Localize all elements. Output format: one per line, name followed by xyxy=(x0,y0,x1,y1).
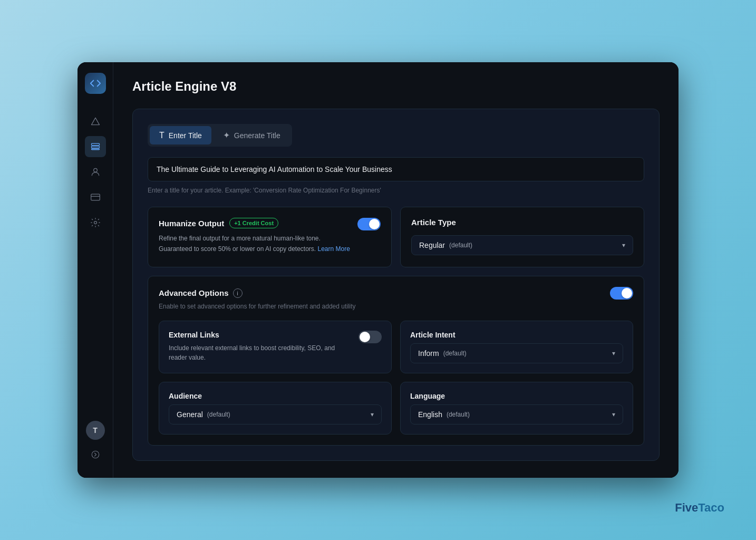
svg-point-7 xyxy=(92,451,99,458)
tab-enter-title-label: Enter Title xyxy=(169,131,202,140)
article-type-card: Article Type Regular (default) ▾ xyxy=(400,207,644,267)
card-icon xyxy=(90,192,101,202)
tab-generate-title-label: Generate Title xyxy=(234,131,280,140)
title-input-hint: Enter a title for your article. Example:… xyxy=(148,187,644,194)
advanced-options-title: Advanced Options xyxy=(159,288,229,297)
external-links-content: External Links Include relevant external… xyxy=(169,331,352,362)
language-dropdown[interactable]: English (default) ▾ xyxy=(410,404,623,425)
external-links-title: External Links xyxy=(169,331,352,339)
audience-title: Audience xyxy=(169,392,382,400)
learn-more-link[interactable]: Learn More xyxy=(318,245,350,253)
sidebar-item-triangle[interactable] xyxy=(85,111,106,132)
humanize-toggle[interactable] xyxy=(357,218,381,230)
chevron-down-icon-audience: ▾ xyxy=(371,411,374,418)
app-window: T Article Engine V8 T Enter Title ✦ Gene xyxy=(77,62,679,477)
language-dropdown-label: English (default) xyxy=(418,410,470,419)
page-title: Article Engine V8 xyxy=(132,79,660,94)
svg-rect-1 xyxy=(91,146,99,148)
sidebar: T xyxy=(77,62,113,477)
article-intent-dropdown-label: Inform (default) xyxy=(418,349,467,358)
tab-enter-title[interactable]: T Enter Title xyxy=(150,126,211,144)
advanced-toggle[interactable] xyxy=(610,287,633,300)
sidebar-item-card[interactable] xyxy=(85,187,106,208)
sidebar-logo[interactable] xyxy=(85,73,106,94)
info-icon[interactable]: i xyxy=(233,288,243,298)
article-type-dropdown-label: Regular (default) xyxy=(419,241,472,249)
svg-rect-4 xyxy=(91,194,100,200)
brand-five: Five xyxy=(675,501,698,514)
language-selected: English xyxy=(418,410,442,419)
brand-taco: Taco xyxy=(698,501,724,514)
title-tab-group: T Enter Title ✦ Generate Title xyxy=(148,124,292,147)
language-card: Language English (default) ▾ xyxy=(400,382,633,435)
advanced-options-grid: External Links Include relevant external… xyxy=(159,321,633,435)
triangle-icon xyxy=(90,116,101,127)
svg-point-3 xyxy=(93,169,97,172)
external-links-row: External Links Include relevant external… xyxy=(169,331,382,362)
title-input[interactable] xyxy=(148,157,644,181)
humanize-output-content: Humanize Output +1 Credit Cost Refine th… xyxy=(159,218,351,256)
external-links-toggle-thumb xyxy=(360,332,370,342)
humanize-toggle-track xyxy=(357,218,381,230)
chevron-down-icon-language: ▾ xyxy=(612,411,615,418)
humanize-output-card: Humanize Output +1 Credit Cost Refine th… xyxy=(148,207,392,267)
sidebar-nav xyxy=(85,107,106,420)
options-grid: Humanize Output +1 Credit Cost Refine th… xyxy=(148,207,644,267)
article-intent-dropdown[interactable]: Inform (default) ▾ xyxy=(410,343,623,363)
credit-badge: +1 Credit Cost xyxy=(229,218,278,228)
article-type-dropdown[interactable]: Regular (default) ▾ xyxy=(411,235,633,255)
audience-default: (default) xyxy=(207,411,230,418)
svg-point-6 xyxy=(94,221,96,224)
article-type-title: Article Type xyxy=(411,218,633,227)
content-card: T Enter Title ✦ Generate Title Enter a t… xyxy=(132,109,660,460)
advanced-toggle-thumb xyxy=(622,288,632,298)
sidebar-bottom: T xyxy=(86,421,105,467)
article-intent-selected: Inform xyxy=(418,349,439,358)
external-links-card: External Links Include relevant external… xyxy=(159,321,392,373)
article-intent-title: Article Intent xyxy=(410,331,623,339)
humanize-output-row: Humanize Output +1 Credit Cost Refine th… xyxy=(159,218,381,256)
audience-card: Audience General (default) ▾ xyxy=(159,382,392,435)
language-title: Language xyxy=(410,392,623,400)
advanced-title-row: Advanced Options i xyxy=(159,288,243,298)
humanize-output-desc: Refine the final output for a more natur… xyxy=(159,234,351,254)
navigate-arrow[interactable] xyxy=(87,446,104,463)
sidebar-item-user[interactable] xyxy=(85,161,106,182)
audience-dropdown-label: General (default) xyxy=(177,410,230,419)
humanize-toggle-thumb xyxy=(369,219,380,229)
settings-icon xyxy=(90,217,101,228)
sidebar-item-stack[interactable] xyxy=(85,136,106,157)
arrow-right-circle-icon xyxy=(91,450,100,459)
external-links-toggle[interactable] xyxy=(358,331,382,343)
article-intent-card: Article Intent Inform (default) ▾ xyxy=(400,321,633,373)
svg-rect-0 xyxy=(91,143,99,145)
user-avatar[interactable]: T xyxy=(86,421,105,440)
audience-dropdown[interactable]: General (default) ▾ xyxy=(169,404,382,425)
stack-icon xyxy=(90,141,101,152)
svg-rect-2 xyxy=(91,149,99,150)
humanize-output-title: Humanize Output xyxy=(159,219,224,228)
language-default: (default) xyxy=(447,411,470,418)
advanced-toggle-track xyxy=(610,287,633,300)
sidebar-item-settings[interactable] xyxy=(85,212,106,233)
advanced-options-header: Advanced Options i xyxy=(159,287,633,300)
code-icon xyxy=(90,78,101,89)
advanced-options-section: Advanced Options i Enable to set advance… xyxy=(148,276,644,446)
external-links-desc: Include relevant external links to boost… xyxy=(169,343,352,362)
external-links-toggle-track xyxy=(358,331,382,343)
main-content: Article Engine V8 T Enter Title ✦ Genera… xyxy=(113,62,679,477)
chevron-down-icon-intent: ▾ xyxy=(612,350,615,357)
text-icon: T xyxy=(159,131,164,140)
advanced-options-desc: Enable to set advanced options for furth… xyxy=(159,303,633,310)
sparkle-icon: ✦ xyxy=(223,130,230,140)
article-intent-default: (default) xyxy=(443,350,467,357)
article-type-selected: Regular xyxy=(419,241,445,249)
chevron-down-icon: ▾ xyxy=(622,242,625,249)
brand-watermark: FiveTaco xyxy=(675,501,724,515)
tab-generate-title[interactable]: ✦ Generate Title xyxy=(214,126,290,144)
humanize-output-header: Humanize Output +1 Credit Cost xyxy=(159,218,351,228)
user-icon xyxy=(90,167,101,177)
article-type-default: (default) xyxy=(449,242,472,249)
audience-selected: General xyxy=(177,410,203,419)
humanize-output-desc-text: Refine the final output for a more natur… xyxy=(159,235,321,252)
